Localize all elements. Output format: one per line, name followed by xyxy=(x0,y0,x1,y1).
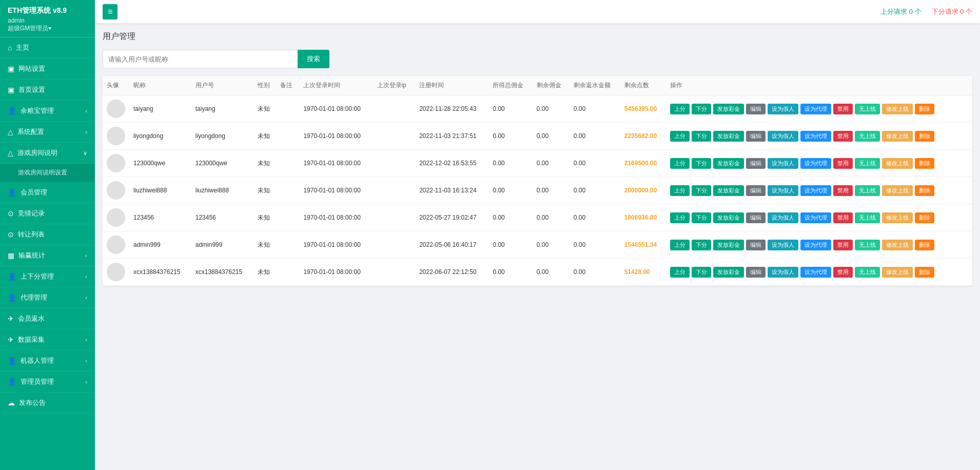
action-btn-无上线[interactable]: 无上线 xyxy=(855,158,880,169)
sidebar-item-yulianbao[interactable]: 👤 余粮宝管理 ‹ xyxy=(0,101,95,122)
action-btn-编辑[interactable]: 编辑 xyxy=(746,240,766,250)
action-btn-设为代理[interactable]: 设为代理 xyxy=(800,267,831,278)
sidebar-item-member-mgmt[interactable]: 👤 会员管理 xyxy=(0,182,95,203)
website-icon: ▣ xyxy=(8,65,14,73)
action-btn-编辑[interactable]: 编辑 xyxy=(746,267,766,278)
sidebar-item-betting-records[interactable]: ⊙ 竞猜记录 xyxy=(0,203,95,224)
sidebar-item-publish[interactable]: ☁ 发布公告 xyxy=(0,393,95,414)
action-btn-删除[interactable]: 删除 xyxy=(915,240,934,250)
action-btn-修改上线[interactable]: 修改上线 xyxy=(882,104,913,114)
action-btn-删除[interactable]: 删除 xyxy=(915,212,934,223)
action-btn-下分[interactable]: 下分 xyxy=(692,212,711,223)
action-btn-发放彩金[interactable]: 发放彩金 xyxy=(713,240,744,250)
action-btn-设为假人[interactable]: 设为假人 xyxy=(768,240,798,250)
sidebar-item-admin-mgmt[interactable]: 👤 管理员管理 ‹ xyxy=(0,371,95,393)
action-btn-编辑[interactable]: 编辑 xyxy=(746,212,766,223)
table-row: liyongdong liyongdong 未知 1970-01-01 08:0… xyxy=(103,123,972,150)
sidebar-item-data-collect[interactable]: ✈ 数据采集 ‹ xyxy=(0,329,95,350)
cell-actions: 上分下分发放彩金编辑设为假人设为代理禁用无上线修改上线删除 xyxy=(666,259,972,286)
sidebar-item-game-room-settings[interactable]: 游戏房间说明设置 xyxy=(0,164,95,182)
action-btn-禁用[interactable]: 禁用 xyxy=(833,212,853,223)
sidebar-item-agent-mgmt[interactable]: 👤 代理管理 ‹ xyxy=(0,287,95,308)
action-btn-下分[interactable]: 下分 xyxy=(692,240,711,250)
action-btn-设为假人[interactable]: 设为假人 xyxy=(768,104,798,114)
action-btn-编辑[interactable]: 编辑 xyxy=(746,158,766,169)
action-btn-下分[interactable]: 下分 xyxy=(692,185,711,196)
action-btn-编辑[interactable]: 编辑 xyxy=(746,185,766,196)
action-btn-上分[interactable]: 上分 xyxy=(670,104,690,114)
action-btn-修改上线[interactable]: 修改上线 xyxy=(882,240,913,250)
action-btn-发放彩金[interactable]: 发放彩金 xyxy=(713,131,744,142)
action-btn-设为代理[interactable]: 设为代理 xyxy=(800,240,831,250)
action-btn-下分[interactable]: 下分 xyxy=(692,158,711,169)
action-btn-编辑[interactable]: 编辑 xyxy=(746,104,766,114)
action-btn-发放彩金[interactable]: 发放彩金 xyxy=(713,185,744,196)
sidebar-item-label: 会员返水 xyxy=(18,314,45,323)
action-btn-发放彩金[interactable]: 发放彩金 xyxy=(713,267,744,278)
action-btn-删除[interactable]: 删除 xyxy=(915,131,934,142)
action-btn-无上线[interactable]: 无上线 xyxy=(855,267,880,278)
action-btn-设为假人[interactable]: 设为假人 xyxy=(768,131,798,142)
action-btn-下分[interactable]: 下分 xyxy=(692,104,711,114)
action-btn-删除[interactable]: 删除 xyxy=(915,158,934,169)
action-btn-编辑[interactable]: 编辑 xyxy=(746,131,766,142)
action-btn-设为代理[interactable]: 设为代理 xyxy=(800,212,831,223)
search-input[interactable] xyxy=(103,50,298,68)
action-btn-修改上线[interactable]: 修改上线 xyxy=(882,158,913,169)
sidebar-item-home[interactable]: ⌂ 主页 xyxy=(0,37,95,58)
action-btn-禁用[interactable]: 禁用 xyxy=(833,158,853,169)
action-btn-设为假人[interactable]: 设为假人 xyxy=(768,267,798,278)
action-btn-下分[interactable]: 下分 xyxy=(692,267,711,278)
action-btn-无上线[interactable]: 无上线 xyxy=(855,240,880,250)
sidebar-item-member-return[interactable]: ✈ 会员返水 xyxy=(0,308,95,329)
action-btn-设为代理[interactable]: 设为代理 xyxy=(800,158,831,169)
action-btn-设为代理[interactable]: 设为代理 xyxy=(800,185,831,196)
action-btn-上分[interactable]: 上分 xyxy=(670,185,690,196)
action-btn-修改上线[interactable]: 修改上线 xyxy=(882,131,913,142)
action-btn-设为代理[interactable]: 设为代理 xyxy=(800,104,831,114)
action-btn-上分[interactable]: 上分 xyxy=(670,240,690,250)
action-btn-发放彩金[interactable]: 发放彩金 xyxy=(713,212,744,223)
action-btn-下分[interactable]: 下分 xyxy=(692,131,711,142)
sidebar-item-system-config[interactable]: △ 系统配置 ‹ xyxy=(0,122,95,143)
action-btn-上分[interactable]: 上分 xyxy=(670,131,690,142)
action-btn-禁用[interactable]: 禁用 xyxy=(833,267,853,278)
action-btn-禁用[interactable]: 禁用 xyxy=(833,104,853,114)
action-btn-修改上线[interactable]: 修改上线 xyxy=(882,185,913,196)
sidebar-item-home-settings[interactable]: ▣ 首页设置 xyxy=(0,80,95,101)
action-btn-上分[interactable]: 上分 xyxy=(670,267,690,278)
sidebar-item-updown-mgmt[interactable]: 👤 上下分管理 ‹ xyxy=(0,266,95,287)
action-btn-上分[interactable]: 上分 xyxy=(670,212,690,223)
action-btn-无上线[interactable]: 无上线 xyxy=(855,185,880,196)
sidebar-item-game-room[interactable]: △ 游戏房间说明 ∨ xyxy=(0,143,95,164)
action-btn-禁用[interactable]: 禁用 xyxy=(833,185,853,196)
sidebar-sub-item-label: 游戏房间说明设置 xyxy=(18,169,67,176)
cell-userid: liuzhiwei888 xyxy=(191,177,253,204)
menu-toggle-button[interactable]: ≡ xyxy=(103,4,117,19)
cell-remaining-commission: 0.00 xyxy=(533,204,570,231)
action-btn-无上线[interactable]: 无上线 xyxy=(855,212,880,223)
action-btn-删除[interactable]: 删除 xyxy=(915,104,934,114)
search-button[interactable]: 搜索 xyxy=(298,50,329,68)
sidebar-item-stats[interactable]: ▦ 输赢统计 ‹ xyxy=(0,245,95,266)
action-btn-设为假人[interactable]: 设为假人 xyxy=(768,185,798,196)
action-btn-禁用[interactable]: 禁用 xyxy=(833,131,853,142)
action-btn-发放彩金[interactable]: 发放彩金 xyxy=(713,158,744,169)
action-btn-设为假人[interactable]: 设为假人 xyxy=(768,158,798,169)
action-btn-禁用[interactable]: 禁用 xyxy=(833,240,853,250)
action-btn-删除[interactable]: 删除 xyxy=(915,185,934,196)
action-btn-无上线[interactable]: 无上线 xyxy=(855,131,880,142)
action-btn-修改上线[interactable]: 修改上线 xyxy=(882,267,913,278)
action-btn-设为代理[interactable]: 设为代理 xyxy=(800,131,831,142)
action-btn-修改上线[interactable]: 修改上线 xyxy=(882,212,913,223)
chevron-right-icon: ‹ xyxy=(85,273,87,280)
sidebar-item-website-settings[interactable]: ▣ 网站设置 xyxy=(0,58,95,80)
action-btn-上分[interactable]: 上分 xyxy=(670,158,690,169)
action-btn-删除[interactable]: 删除 xyxy=(915,267,934,278)
sidebar-item-transfer-list[interactable]: ⊙ 转让列表 xyxy=(0,224,95,245)
action-btn-发放彩金[interactable]: 发放彩金 xyxy=(713,104,744,114)
action-btn-设为假人[interactable]: 设为假人 xyxy=(768,212,798,223)
action-btn-无上线[interactable]: 无上线 xyxy=(855,104,880,114)
sidebar-item-robot-mgmt[interactable]: 👤 机器人管理 ‹ xyxy=(0,350,95,371)
cell-gender: 未知 xyxy=(253,259,277,286)
